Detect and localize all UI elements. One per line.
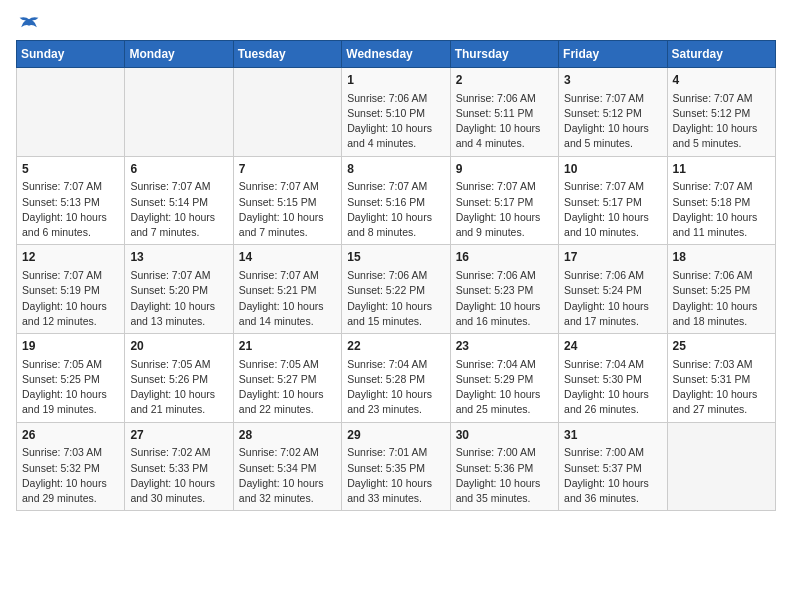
day-info: Sunrise: 7:06 AM Sunset: 5:22 PM Dayligh…	[347, 268, 444, 329]
logo	[16, 16, 40, 32]
day-info: Sunrise: 7:07 AM Sunset: 5:12 PM Dayligh…	[564, 91, 661, 152]
calendar-cell: 19Sunrise: 7:05 AM Sunset: 5:25 PM Dayli…	[17, 334, 125, 423]
day-number: 13	[130, 249, 227, 266]
day-info: Sunrise: 7:07 AM Sunset: 5:17 PM Dayligh…	[456, 179, 553, 240]
day-number: 8	[347, 161, 444, 178]
day-info: Sunrise: 7:06 AM Sunset: 5:25 PM Dayligh…	[673, 268, 770, 329]
page-header	[16, 16, 776, 32]
day-info: Sunrise: 7:06 AM Sunset: 5:23 PM Dayligh…	[456, 268, 553, 329]
day-number: 16	[456, 249, 553, 266]
day-info: Sunrise: 7:07 AM Sunset: 5:12 PM Dayligh…	[673, 91, 770, 152]
weekday-header: Monday	[125, 41, 233, 68]
calendar-cell: 13Sunrise: 7:07 AM Sunset: 5:20 PM Dayli…	[125, 245, 233, 334]
day-info: Sunrise: 7:01 AM Sunset: 5:35 PM Dayligh…	[347, 445, 444, 506]
day-number: 14	[239, 249, 336, 266]
day-number: 7	[239, 161, 336, 178]
day-info: Sunrise: 7:07 AM Sunset: 5:18 PM Dayligh…	[673, 179, 770, 240]
calendar-week-row: 19Sunrise: 7:05 AM Sunset: 5:25 PM Dayli…	[17, 334, 776, 423]
day-number: 25	[673, 338, 770, 355]
day-info: Sunrise: 7:02 AM Sunset: 5:34 PM Dayligh…	[239, 445, 336, 506]
calendar-cell	[667, 422, 775, 511]
weekday-header: Saturday	[667, 41, 775, 68]
calendar-cell: 28Sunrise: 7:02 AM Sunset: 5:34 PM Dayli…	[233, 422, 341, 511]
calendar-cell: 24Sunrise: 7:04 AM Sunset: 5:30 PM Dayli…	[559, 334, 667, 423]
day-number: 22	[347, 338, 444, 355]
calendar-cell: 16Sunrise: 7:06 AM Sunset: 5:23 PM Dayli…	[450, 245, 558, 334]
day-info: Sunrise: 7:04 AM Sunset: 5:28 PM Dayligh…	[347, 357, 444, 418]
day-info: Sunrise: 7:06 AM Sunset: 5:24 PM Dayligh…	[564, 268, 661, 329]
day-number: 20	[130, 338, 227, 355]
day-info: Sunrise: 7:06 AM Sunset: 5:11 PM Dayligh…	[456, 91, 553, 152]
calendar-cell: 27Sunrise: 7:02 AM Sunset: 5:33 PM Dayli…	[125, 422, 233, 511]
calendar-cell: 6Sunrise: 7:07 AM Sunset: 5:14 PM Daylig…	[125, 156, 233, 245]
day-number: 3	[564, 72, 661, 89]
day-number: 23	[456, 338, 553, 355]
day-info: Sunrise: 7:00 AM Sunset: 5:36 PM Dayligh…	[456, 445, 553, 506]
day-info: Sunrise: 7:07 AM Sunset: 5:19 PM Dayligh…	[22, 268, 119, 329]
calendar-cell: 22Sunrise: 7:04 AM Sunset: 5:28 PM Dayli…	[342, 334, 450, 423]
day-number: 2	[456, 72, 553, 89]
day-info: Sunrise: 7:07 AM Sunset: 5:16 PM Dayligh…	[347, 179, 444, 240]
day-info: Sunrise: 7:07 AM Sunset: 5:21 PM Dayligh…	[239, 268, 336, 329]
calendar-cell: 9Sunrise: 7:07 AM Sunset: 5:17 PM Daylig…	[450, 156, 558, 245]
calendar-cell	[125, 68, 233, 157]
calendar-cell: 20Sunrise: 7:05 AM Sunset: 5:26 PM Dayli…	[125, 334, 233, 423]
day-number: 5	[22, 161, 119, 178]
weekday-header-row: SundayMondayTuesdayWednesdayThursdayFrid…	[17, 41, 776, 68]
day-number: 31	[564, 427, 661, 444]
day-number: 26	[22, 427, 119, 444]
day-number: 15	[347, 249, 444, 266]
weekday-header: Tuesday	[233, 41, 341, 68]
calendar-week-row: 12Sunrise: 7:07 AM Sunset: 5:19 PM Dayli…	[17, 245, 776, 334]
day-info: Sunrise: 7:07 AM Sunset: 5:13 PM Dayligh…	[22, 179, 119, 240]
day-info: Sunrise: 7:00 AM Sunset: 5:37 PM Dayligh…	[564, 445, 661, 506]
day-number: 27	[130, 427, 227, 444]
calendar-cell: 1Sunrise: 7:06 AM Sunset: 5:10 PM Daylig…	[342, 68, 450, 157]
calendar-week-row: 5Sunrise: 7:07 AM Sunset: 5:13 PM Daylig…	[17, 156, 776, 245]
day-info: Sunrise: 7:05 AM Sunset: 5:25 PM Dayligh…	[22, 357, 119, 418]
day-number: 10	[564, 161, 661, 178]
calendar-cell: 2Sunrise: 7:06 AM Sunset: 5:11 PM Daylig…	[450, 68, 558, 157]
calendar-table: SundayMondayTuesdayWednesdayThursdayFrid…	[16, 40, 776, 511]
calendar-cell: 15Sunrise: 7:06 AM Sunset: 5:22 PM Dayli…	[342, 245, 450, 334]
day-info: Sunrise: 7:07 AM Sunset: 5:15 PM Dayligh…	[239, 179, 336, 240]
calendar-week-row: 26Sunrise: 7:03 AM Sunset: 5:32 PM Dayli…	[17, 422, 776, 511]
day-number: 11	[673, 161, 770, 178]
day-info: Sunrise: 7:03 AM Sunset: 5:31 PM Dayligh…	[673, 357, 770, 418]
day-number: 18	[673, 249, 770, 266]
calendar-cell	[233, 68, 341, 157]
day-info: Sunrise: 7:05 AM Sunset: 5:26 PM Dayligh…	[130, 357, 227, 418]
day-number: 6	[130, 161, 227, 178]
day-number: 24	[564, 338, 661, 355]
calendar-cell: 3Sunrise: 7:07 AM Sunset: 5:12 PM Daylig…	[559, 68, 667, 157]
day-number: 19	[22, 338, 119, 355]
day-number: 21	[239, 338, 336, 355]
calendar-cell: 25Sunrise: 7:03 AM Sunset: 5:31 PM Dayli…	[667, 334, 775, 423]
day-info: Sunrise: 7:04 AM Sunset: 5:29 PM Dayligh…	[456, 357, 553, 418]
day-info: Sunrise: 7:03 AM Sunset: 5:32 PM Dayligh…	[22, 445, 119, 506]
calendar-cell: 5Sunrise: 7:07 AM Sunset: 5:13 PM Daylig…	[17, 156, 125, 245]
calendar-cell: 4Sunrise: 7:07 AM Sunset: 5:12 PM Daylig…	[667, 68, 775, 157]
calendar-cell: 17Sunrise: 7:06 AM Sunset: 5:24 PM Dayli…	[559, 245, 667, 334]
calendar-week-row: 1Sunrise: 7:06 AM Sunset: 5:10 PM Daylig…	[17, 68, 776, 157]
calendar-cell: 21Sunrise: 7:05 AM Sunset: 5:27 PM Dayli…	[233, 334, 341, 423]
day-number: 12	[22, 249, 119, 266]
day-info: Sunrise: 7:04 AM Sunset: 5:30 PM Dayligh…	[564, 357, 661, 418]
calendar-cell: 10Sunrise: 7:07 AM Sunset: 5:17 PM Dayli…	[559, 156, 667, 245]
day-number: 29	[347, 427, 444, 444]
calendar-cell: 26Sunrise: 7:03 AM Sunset: 5:32 PM Dayli…	[17, 422, 125, 511]
day-number: 30	[456, 427, 553, 444]
calendar-cell: 8Sunrise: 7:07 AM Sunset: 5:16 PM Daylig…	[342, 156, 450, 245]
calendar-cell: 29Sunrise: 7:01 AM Sunset: 5:35 PM Dayli…	[342, 422, 450, 511]
calendar-cell: 31Sunrise: 7:00 AM Sunset: 5:37 PM Dayli…	[559, 422, 667, 511]
day-info: Sunrise: 7:06 AM Sunset: 5:10 PM Dayligh…	[347, 91, 444, 152]
weekday-header: Sunday	[17, 41, 125, 68]
day-number: 1	[347, 72, 444, 89]
day-number: 28	[239, 427, 336, 444]
calendar-cell: 7Sunrise: 7:07 AM Sunset: 5:15 PM Daylig…	[233, 156, 341, 245]
day-info: Sunrise: 7:05 AM Sunset: 5:27 PM Dayligh…	[239, 357, 336, 418]
calendar-cell: 23Sunrise: 7:04 AM Sunset: 5:29 PM Dayli…	[450, 334, 558, 423]
day-info: Sunrise: 7:02 AM Sunset: 5:33 PM Dayligh…	[130, 445, 227, 506]
day-info: Sunrise: 7:07 AM Sunset: 5:20 PM Dayligh…	[130, 268, 227, 329]
calendar-cell: 18Sunrise: 7:06 AM Sunset: 5:25 PM Dayli…	[667, 245, 775, 334]
